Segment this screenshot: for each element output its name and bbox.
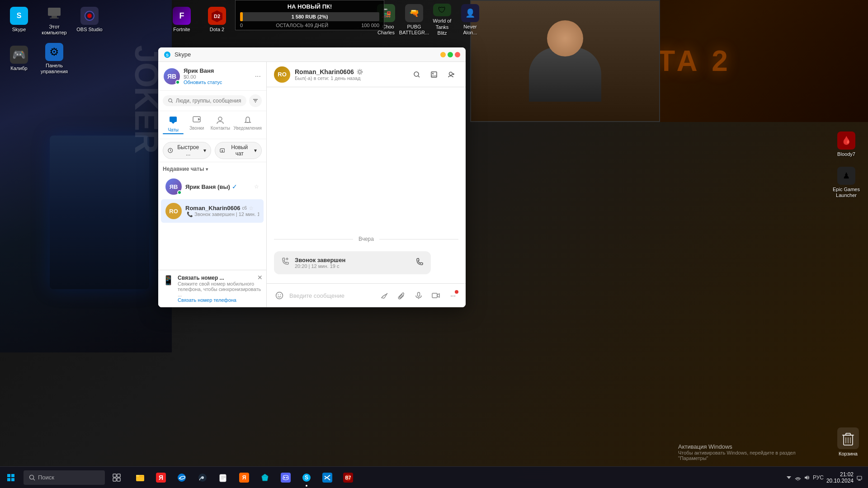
more-options-button[interactable]: ··· bbox=[446, 288, 460, 303]
taskbar-icon-yandex2[interactable]: Я bbox=[234, 468, 254, 488]
taskbar-icon-discord[interactable] bbox=[276, 468, 296, 488]
taskbar-icon-yandex[interactable]: Я bbox=[151, 468, 171, 488]
svg-marker-79 bbox=[262, 474, 268, 481]
desktop-icon-bloody7[interactable]: 🩸 Bloody7 bbox=[829, 127, 863, 163]
nav-calls[interactable]: Звонки bbox=[185, 114, 208, 136]
recent-chats-label: Недавние чаты ▾ bbox=[163, 166, 262, 172]
start-button[interactable] bbox=[0, 468, 22, 488]
emoji-button[interactable] bbox=[272, 288, 287, 303]
pc-icon-label: Этот компьютер bbox=[39, 24, 70, 36]
svg-point-93 bbox=[797, 480, 798, 481]
new-chat-button[interactable]: Новый чат ▾ bbox=[215, 142, 262, 159]
chat-header-info: Roman_Kharin0606 Был(-а) в сети: 1 день … bbox=[295, 68, 405, 81]
audio-button[interactable] bbox=[411, 288, 426, 303]
taskbar-icon-explorer[interactable] bbox=[130, 468, 150, 488]
desktop-icon-panel[interactable]: ⚙ Панель управления bbox=[37, 41, 71, 77]
chat-header-status: Был(-а) в сети: 1 день назад bbox=[295, 75, 405, 81]
svg-point-33 bbox=[359, 70, 361, 73]
skype-sidebar: ЯВ Ярик Ваня $0.00 Обновить статус ··· bbox=[158, 62, 267, 307]
panel-icon-label: Панель управления bbox=[39, 63, 70, 75]
gear-settings-icon[interactable] bbox=[357, 69, 363, 75]
svg-line-65 bbox=[33, 479, 35, 480]
steam-icon bbox=[198, 473, 208, 483]
handwriting-button[interactable] bbox=[377, 288, 392, 303]
user-menu-button[interactable]: ··· bbox=[255, 72, 261, 80]
taskbar-icon-steam[interactable] bbox=[193, 468, 212, 488]
task-view-button[interactable] bbox=[107, 468, 127, 488]
callback-button[interactable] bbox=[415, 258, 424, 268]
video-button[interactable] bbox=[429, 288, 443, 303]
epic-icon-img: ♟ bbox=[837, 167, 855, 185]
trash-icon bbox=[841, 431, 855, 446]
self-chat-star[interactable]: ☆ bbox=[254, 183, 259, 190]
date-divider: Вчера bbox=[274, 236, 458, 242]
desktop-icon-dota2[interactable]: D2 Dota 2 bbox=[200, 2, 234, 38]
notification-area-icon[interactable] bbox=[856, 474, 863, 481]
svg-point-64 bbox=[30, 475, 34, 479]
chat-panel: RO Roman_Kharin0606 Был(-а) в сети: 1 де… bbox=[267, 62, 466, 307]
second-icons-row: 🎮 Калибр ⚙ Панель управления bbox=[0, 39, 73, 79]
banner-link[interactable]: Связать номер телефона bbox=[178, 297, 262, 303]
desktop-icon-pubg[interactable]: 🔫 PUBG BATTLEGR... bbox=[401, 2, 428, 38]
svg-point-14 bbox=[169, 99, 172, 102]
taskbar-search[interactable]: Поиск bbox=[24, 470, 105, 485]
desktop-icon-caliber[interactable]: 🎮 Калибр bbox=[2, 41, 36, 77]
svg-marker-92 bbox=[787, 476, 791, 479]
recycle-bin[interactable]: Корзина bbox=[837, 427, 859, 456]
quick-access-button[interactable]: Быстрое ... ▾ bbox=[163, 142, 211, 159]
svg-text:B7: B7 bbox=[345, 475, 351, 480]
discord-icon bbox=[281, 473, 291, 483]
chat-item-roman[interactable]: RO Roman_Kharin0606 с6 ☆ bbox=[161, 199, 264, 223]
banner-title: Связать номер ... bbox=[178, 275, 262, 281]
gallery-button[interactable] bbox=[427, 67, 441, 82]
search-box[interactable] bbox=[163, 95, 246, 106]
desktop-icon-obs[interactable]: OBS Studio bbox=[72, 2, 107, 38]
phone-icon bbox=[281, 258, 289, 266]
skype-titlebar: S Skype bbox=[158, 47, 466, 62]
taskbar-icon-vscode[interactable] bbox=[317, 468, 337, 488]
skype-nav: Чаты Звонки bbox=[158, 111, 266, 139]
attachment-button[interactable] bbox=[394, 288, 409, 303]
svg-point-74 bbox=[201, 476, 204, 479]
search-messages-button[interactable] bbox=[410, 67, 424, 82]
vscode-icon bbox=[322, 473, 332, 483]
update-status-link[interactable]: Обновить статус bbox=[184, 80, 251, 85]
svg-point-35 bbox=[414, 72, 419, 76]
maximize-button[interactable] bbox=[448, 52, 453, 57]
banner-close-button[interactable]: ✕ bbox=[257, 274, 263, 281]
search-input[interactable] bbox=[176, 98, 241, 104]
nav-contacts[interactable]: Контакты bbox=[209, 114, 231, 136]
link-phone-banner: 📱 Связать номер ... Свяжите свой номер м… bbox=[158, 270, 266, 307]
taskbar-icon-skype-active[interactable]: S bbox=[297, 468, 316, 488]
svg-point-83 bbox=[286, 477, 288, 478]
roman-chat-star[interactable]: ☆ bbox=[249, 205, 254, 211]
svg-rect-62 bbox=[7, 478, 10, 481]
network-icon bbox=[795, 474, 801, 481]
promo-banner: НА НОВЫЙ ПК! 1 580 RUB (2%) 0 ОСТАЛОСЬ 4… bbox=[235, 0, 384, 30]
nav-notifications[interactable]: Уведомления bbox=[232, 114, 263, 136]
taskbar-icon-files[interactable] bbox=[213, 468, 233, 488]
minimize-button[interactable] bbox=[440, 52, 446, 57]
desktop-icon-wot[interactable]: 🛡 World of Tanks Blitz bbox=[429, 2, 456, 38]
show-hidden-icons-icon[interactable] bbox=[786, 474, 792, 481]
desktop-icon-neveralone[interactable]: 👤 Never Alon... bbox=[457, 2, 484, 38]
add-contact-button[interactable] bbox=[444, 67, 458, 82]
chat-item-self[interactable]: ЯВ Ярик Ваня (вы) ✓ ☆ bbox=[161, 175, 264, 198]
desktop-icon-epic[interactable]: ♟ Epic Games Launcher bbox=[829, 164, 863, 201]
pubg-icon-img: 🔫 bbox=[405, 4, 423, 22]
taskbar-icon-edge[interactable] bbox=[172, 468, 192, 488]
svg-rect-61 bbox=[11, 474, 14, 477]
search-filter-button[interactable] bbox=[249, 94, 262, 107]
desktop-icon-fortnite[interactable]: F Fortnite bbox=[165, 2, 199, 38]
promo-days: ОСТАЛОСЬ 409 ДНЕЙ bbox=[276, 23, 328, 28]
phone-link-icon: 📱 bbox=[163, 275, 174, 303]
desktop-icon-skype[interactable]: S Skype bbox=[2, 2, 36, 38]
taskbar-icon-game[interactable]: B7 bbox=[338, 468, 358, 488]
epic-icon-label: Epic Games Launcher bbox=[831, 187, 862, 198]
taskbar-search-icon bbox=[29, 474, 35, 481]
close-button[interactable] bbox=[455, 52, 460, 57]
message-input[interactable] bbox=[289, 292, 374, 299]
taskbar-icon-gem[interactable] bbox=[255, 468, 275, 488]
nav-chats[interactable]: Чаты bbox=[162, 114, 184, 136]
desktop-icon-pc[interactable]: Этот компьютер bbox=[37, 2, 71, 38]
